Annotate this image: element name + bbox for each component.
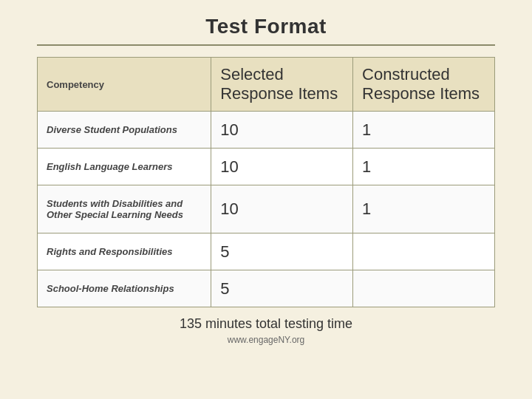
cell-selected: 10 xyxy=(211,112,353,149)
cell-competency: English Language Learners xyxy=(38,149,211,185)
cell-competency: Students with Disabilities and Other Spe… xyxy=(38,185,211,233)
cell-selected: 5 xyxy=(211,233,353,270)
page-container: Test Format Competency Selected Response… xyxy=(0,0,532,399)
cell-constructed xyxy=(353,270,495,307)
cell-constructed: 1 xyxy=(353,149,495,185)
table-row: Rights and Responsibilities5 xyxy=(38,233,495,270)
header-selected: Selected Response Items xyxy=(211,58,353,112)
cell-constructed: 1 xyxy=(353,185,495,233)
table-row: Students with Disabilities and Other Spe… xyxy=(38,185,495,233)
table-row: English Language Learners101 xyxy=(38,149,495,185)
table-row: School-Home Relationships5 xyxy=(38,270,495,307)
test-format-table: Competency Selected Response Items Const… xyxy=(37,57,495,307)
table-header-row: Competency Selected Response Items Const… xyxy=(38,58,495,112)
cell-competency: Diverse Student Populations xyxy=(38,112,211,149)
header-competency: Competency xyxy=(38,58,211,112)
footer-text: 135 minutes total testing time xyxy=(180,316,352,332)
page-title: Test Format xyxy=(205,15,327,38)
cell-selected: 5 xyxy=(211,270,353,307)
cell-selected: 10 xyxy=(211,149,353,185)
cell-selected: 10 xyxy=(211,185,353,233)
title-divider xyxy=(37,44,495,46)
table-row: Diverse Student Populations101 xyxy=(38,112,495,149)
cell-competency: School-Home Relationships xyxy=(38,270,211,307)
cell-constructed xyxy=(353,233,495,270)
header-constructed: Constructed Response Items xyxy=(353,58,495,112)
footer-url: www.engageNY.org xyxy=(228,335,305,345)
cell-constructed: 1 xyxy=(353,112,495,149)
cell-competency: Rights and Responsibilities xyxy=(38,233,211,270)
